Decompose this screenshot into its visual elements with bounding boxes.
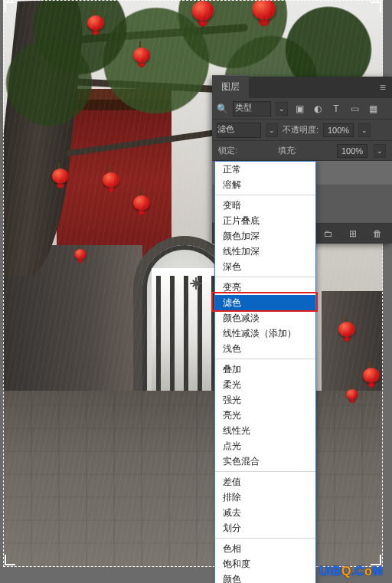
crop-handle-tl[interactable] [5, 2, 15, 12]
blend-mode-option[interactable]: 颜色加深 [215, 228, 315, 244]
lock-label: 锁定: [218, 145, 237, 156]
blend-mode-option[interactable]: 柔光 [215, 377, 315, 392]
fill-value[interactable]: 100% [337, 144, 368, 158]
panel-menu-icon[interactable]: ≡ [374, 81, 392, 93]
blend-mode-option[interactable]: 正片叠底 [215, 213, 315, 228]
shape-filter-icon[interactable]: ▭ [348, 102, 361, 116]
blend-mode-option[interactable]: 点光 [215, 438, 315, 454]
crop-handle-br[interactable] [371, 555, 381, 565]
crop-handle-tr[interactable] [371, 2, 381, 12]
dropdown-separator [215, 277, 315, 277]
blend-mode-option[interactable]: 强光 [215, 392, 315, 408]
blend-mode-option[interactable]: 叠加 [215, 362, 315, 377]
lock-fill-row: 锁定: 填充: 100% ⌄ [212, 141, 392, 161]
blend-mode-option[interactable]: 亮光 [215, 408, 315, 423]
chevron-down-icon[interactable]: ⌄ [358, 123, 371, 137]
blend-opacity-row: 滤色 ⌄ 不透明度: 100% ⌄ [212, 120, 392, 141]
move-cursor-icon [190, 277, 202, 290]
chevron-down-icon[interactable]: ⌄ [266, 123, 278, 137]
blend-mode-option[interactable]: 色相 [215, 541, 315, 556]
blend-mode-option[interactable]: 颜色 [215, 572, 315, 583]
dropdown-separator [215, 195, 315, 195]
blend-mode-option[interactable]: 正常 [215, 162, 315, 177]
blend-mode-option[interactable]: 变暗 [215, 198, 315, 213]
chevron-down-icon[interactable]: ⌄ [374, 144, 386, 158]
blend-mode-option[interactable]: 线性减淡（添加） [215, 326, 315, 341]
adjustment-filter-icon[interactable]: ◐ [311, 102, 325, 116]
opacity-label: 不透明度: [283, 124, 318, 136]
dropdown-separator [215, 538, 315, 539]
blend-mode-option[interactable]: 饱和度 [215, 556, 315, 572]
blend-mode-option[interactable]: 实色混合 [215, 454, 315, 469]
search-icon: 🔍 [217, 103, 228, 114]
blend-mode-option[interactable]: 减去 [215, 505, 315, 520]
crop-handle-bl[interactable] [5, 555, 15, 565]
blend-mode-option[interactable]: 深色 [215, 259, 315, 274]
blend-mode-option[interactable]: 浅色 [215, 341, 315, 356]
image-filter-icon[interactable]: ▣ [292, 102, 306, 116]
folder-icon[interactable]: 🗀 [322, 227, 335, 241]
blend-mode-option[interactable]: 线性光 [215, 423, 315, 438]
watermark-text: UiBQ.CoM [319, 565, 383, 578]
blend-mode-option[interactable]: 排除 [215, 490, 315, 505]
blend-mode-option[interactable]: 差值 [215, 474, 315, 490]
blend-mode-dropdown[interactable]: 正常溶解变暗正片叠底颜色加深线性加深深色变亮滤色颜色减淡线性减淡（添加）浅色叠加… [214, 161, 316, 583]
panel-tabbar: 图层 ≡ [212, 77, 392, 98]
filter-type-select[interactable]: 类型 [233, 101, 271, 116]
trash-icon[interactable]: 🗑 [371, 227, 384, 241]
dropdown-separator [215, 471, 315, 472]
type-filter-icon[interactable]: T [329, 102, 343, 116]
layer-filter-row: 🔍 类型 ⌄ ▣ ◐ T ▭ ▦ [212, 98, 392, 120]
blend-mode-select[interactable]: 滤色 [217, 123, 261, 138]
blend-mode-option[interactable]: 颜色减淡 [215, 310, 315, 326]
tab-layers[interactable]: 图层 [212, 75, 249, 98]
chevron-down-icon[interactable]: ⌄ [276, 102, 288, 116]
blend-mode-option[interactable]: 划分 [215, 520, 315, 536]
opacity-value[interactable]: 100% [323, 123, 354, 137]
blend-mode-option[interactable]: 滤色 [215, 295, 315, 310]
blend-mode-option[interactable]: 线性加深 [215, 244, 315, 259]
new-layer-icon[interactable]: ⊞ [346, 227, 360, 241]
smart-filter-icon[interactable]: ▦ [366, 102, 380, 116]
fill-label: 填充: [278, 145, 297, 156]
blend-mode-option[interactable]: 变亮 [215, 280, 315, 295]
blend-mode-option[interactable]: 溶解 [215, 177, 315, 192]
dropdown-separator [215, 359, 315, 359]
